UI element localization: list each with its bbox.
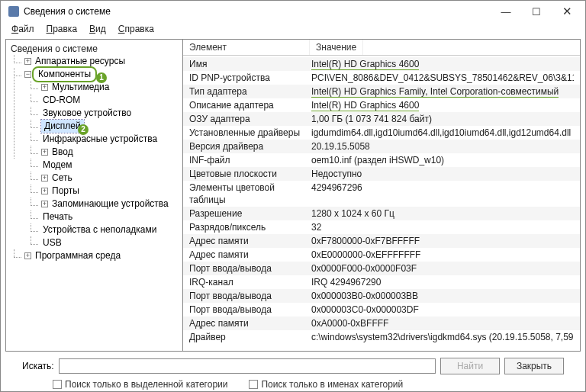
row-value: 32 bbox=[311, 221, 574, 233]
menu-view[interactable]: Вид bbox=[85, 22, 111, 36]
expand-icon[interactable]: + bbox=[41, 188, 48, 194]
table-row[interactable]: ИмяIntel(R) HD Graphics 4600 bbox=[183, 57, 580, 71]
row-key: Разрядов/пиксель bbox=[189, 221, 311, 233]
table-row[interactable]: Драйверc:\windows\system32\drivers\igdkm… bbox=[183, 330, 580, 344]
tree-print[interactable]: Печать bbox=[41, 210, 74, 223]
find-button[interactable]: Найти bbox=[440, 358, 500, 374]
row-key: Версия драйвера bbox=[189, 140, 311, 153]
tree-root[interactable]: Сведения о системе bbox=[8, 43, 181, 55]
checkbox-icon bbox=[53, 380, 62, 389]
tree-cdrom[interactable]: CD-ROM bbox=[41, 94, 82, 107]
row-key: Порт ввода/вывода bbox=[189, 290, 311, 302]
table-row[interactable]: Адрес памяти0xA0000-0xBFFFF bbox=[183, 316, 580, 330]
table-row[interactable]: Разрешение1280 x 1024 x 60 Гц bbox=[183, 207, 580, 220]
row-key: Порт ввода/вывода bbox=[189, 304, 311, 316]
row-value: 1280 x 1024 x 60 Гц bbox=[311, 207, 574, 220]
details-pane: Элемент Значение ИмяIntel(R) HD Graphics… bbox=[183, 40, 580, 351]
tree-audio[interactable]: Звуковое устройство bbox=[41, 107, 133, 120]
tree-software[interactable]: Программная среда bbox=[34, 249, 122, 262]
row-value: Intel(R) HD Graphics Family, Intel Corpo… bbox=[311, 85, 574, 98]
row-key: ОЗУ адаптера bbox=[189, 113, 311, 125]
row-value: c:\windows\system32\drivers\igdkmd64.sys… bbox=[311, 331, 574, 343]
row-value: Intel(R) HD Graphics 4600 bbox=[311, 99, 574, 111]
tree-components[interactable]: Компоненты bbox=[34, 68, 95, 81]
table-row[interactable]: Версия драйвера20.19.15.5058 bbox=[183, 140, 580, 153]
table-row[interactable]: Адрес памяти0xF7800000-0xF7BFFFFF bbox=[183, 234, 580, 248]
table-row[interactable]: Разрядов/пиксель32 bbox=[183, 220, 580, 234]
table-row[interactable]: INF-файлoem10.inf (раздел iHSWD_w10) bbox=[183, 153, 580, 167]
table-row[interactable]: Цветовые плоскостиНедоступно bbox=[183, 167, 580, 181]
tree-multimedia[interactable]: Мультимедиа bbox=[50, 81, 111, 94]
row-key: Драйвер bbox=[189, 331, 311, 343]
tree-infrared[interactable]: Инфракрасные устройства bbox=[41, 133, 159, 146]
check-category-names[interactable]: Поиск только в именах категорий bbox=[249, 379, 403, 390]
window-title: Сведения о системе bbox=[24, 6, 491, 17]
tree-problems[interactable]: Устройства с неполадками bbox=[41, 223, 158, 236]
check-selected-category[interactable]: Поиск только в выделенной категории bbox=[53, 379, 227, 390]
row-key: Адрес памяти bbox=[189, 317, 311, 329]
row-key: IRQ-канал bbox=[189, 276, 311, 288]
row-value: igdumdim64.dll,igd10iumd64.dll,igd10iumd… bbox=[311, 127, 574, 139]
table-row[interactable]: Установленные драйверыigdumdim64.dll,igd… bbox=[183, 126, 580, 140]
row-key: Имя bbox=[189, 58, 311, 70]
menu-edit[interactable]: Правка bbox=[42, 22, 82, 36]
tree-input[interactable]: Ввод bbox=[50, 146, 75, 159]
tree-modem[interactable]: Модем bbox=[41, 159, 73, 172]
row-value: PCI\VEN_8086&DEV_0412&SUBSYS_78501462&RE… bbox=[311, 72, 574, 84]
menubar: Файл Правка Вид Справка bbox=[1, 22, 585, 39]
expand-icon[interactable]: + bbox=[41, 149, 48, 156]
table-row[interactable]: IRQ-каналIRQ 4294967290 bbox=[183, 275, 580, 289]
menu-help[interactable]: Справка bbox=[114, 22, 159, 36]
table-row[interactable]: Адрес памяти0xE0000000-0xEFFFFFFF bbox=[183, 248, 580, 262]
expand-icon[interactable]: + bbox=[24, 58, 31, 65]
table-row[interactable]: Описание адаптераIntel(R) HD Graphics 46… bbox=[183, 98, 580, 112]
app-icon bbox=[8, 6, 19, 17]
table-row[interactable]: Порт ввода/вывода0x000003C0-0x000003DF bbox=[183, 303, 580, 316]
row-value: 0x0000F000-0x0000F03F bbox=[311, 262, 574, 275]
search-label: Искать: bbox=[22, 361, 54, 371]
row-key: Адрес памяти bbox=[189, 235, 311, 247]
checkbox-icon bbox=[249, 380, 258, 389]
table-row[interactable]: ID PNP-устройстваPCI\VEN_8086&DEV_0412&S… bbox=[183, 71, 580, 85]
table-row[interactable]: Тип адаптераIntel(R) HD Graphics Family,… bbox=[183, 85, 580, 98]
expand-icon[interactable]: + bbox=[41, 84, 48, 91]
row-value: 0x000003C0-0x000003DF bbox=[311, 304, 574, 316]
tree-network[interactable]: Сеть bbox=[50, 172, 74, 185]
row-value: 0xA0000-0xBFFFF bbox=[311, 317, 574, 329]
row-value: 0xF7800000-0xF7BFFFFF bbox=[311, 235, 574, 247]
expand-icon[interactable]: + bbox=[41, 201, 48, 207]
row-value: Недоступно bbox=[311, 168, 574, 180]
row-key: Элементы цветовой таблицы bbox=[189, 182, 311, 206]
maximize-button[interactable]: ☐ bbox=[521, 2, 552, 21]
row-key: Цветовые плоскости bbox=[189, 168, 311, 180]
row-value: IRQ 4294967290 bbox=[311, 276, 574, 288]
expand-icon[interactable]: + bbox=[24, 252, 31, 259]
row-key: Порт ввода/вывода bbox=[189, 262, 311, 275]
table-row[interactable]: ОЗУ адаптера1,00 ГБ (1 073 741 824 байт) bbox=[183, 112, 580, 126]
close-search-button[interactable]: Закрыть bbox=[504, 358, 564, 374]
row-value: 0xE0000000-0xEFFFFFFF bbox=[311, 249, 574, 261]
menu-file[interactable]: Файл bbox=[7, 22, 39, 36]
tree-usb[interactable]: USB bbox=[41, 236, 63, 249]
search-input[interactable] bbox=[59, 358, 436, 374]
row-value: 20.19.15.5058 bbox=[311, 140, 574, 153]
row-key: Тип адаптера bbox=[189, 85, 311, 98]
expand-icon[interactable]: + bbox=[41, 175, 48, 182]
row-key: INF-файл bbox=[189, 154, 311, 166]
table-row[interactable]: Элементы цветовой таблицы4294967296 bbox=[183, 181, 580, 207]
row-key: Разрешение bbox=[189, 207, 311, 220]
row-value: oem10.inf (раздел iHSWD_w10) bbox=[311, 154, 574, 166]
tree-hardware[interactable]: Аппаратные ресурсы bbox=[34, 55, 127, 68]
table-row[interactable]: Порт ввода/вывода0x000003B0-0x000003BB bbox=[183, 289, 580, 303]
tree-storage[interactable]: Запоминающие устройства bbox=[50, 198, 170, 210]
minimize-button[interactable]: — bbox=[491, 2, 521, 21]
collapse-icon[interactable]: − bbox=[24, 71, 31, 78]
tree-ports[interactable]: Порты bbox=[50, 185, 81, 198]
row-key: Описание адаптера bbox=[189, 99, 311, 111]
close-button[interactable]: ✕ bbox=[552, 2, 582, 21]
row-value: 1,00 ГБ (1 073 741 824 байт) bbox=[311, 113, 574, 125]
table-row[interactable]: Порт ввода/вывода0x0000F000-0x0000F03F bbox=[183, 262, 580, 275]
tree-pane: Сведения о системе +Аппаратные ресурсы −… bbox=[6, 40, 183, 351]
column-element[interactable]: Элемент bbox=[183, 40, 310, 55]
column-value[interactable]: Значение bbox=[310, 40, 363, 55]
